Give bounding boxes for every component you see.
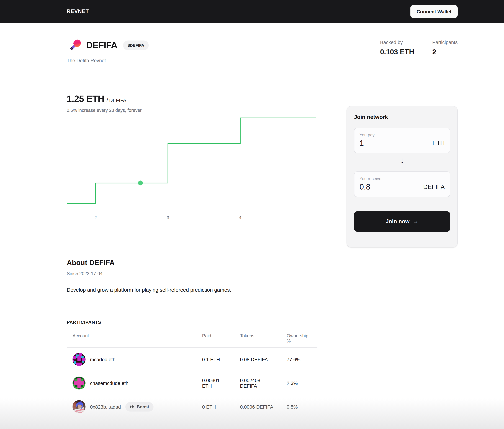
boost-label: Boost — [137, 404, 149, 409]
participants-section: PARTICIPANTS Account Paid Tokens Ownersh… — [67, 320, 318, 418]
account-link[interactable]: mcadoo.eth — [90, 357, 115, 362]
paddle-icon — [67, 38, 82, 53]
connect-wallet-button[interactable]: Connect Wallet — [410, 5, 458, 18]
stat-backed-by: Backed by 0.103 ETH — [380, 40, 414, 56]
account-link[interactable]: 0x823b...adad — [90, 404, 121, 409]
col-header-tokens: Tokens — [240, 333, 287, 338]
pixel-magenta-cyan-avatar — [72, 353, 86, 366]
current-price-marker — [138, 181, 143, 185]
ownership-cell: 2.3% — [287, 380, 318, 386]
price-chart-section: 1.25 ETH / DEFIFA 2.5% increase every 28… — [67, 94, 316, 222]
fast-forward-icon — [130, 405, 134, 409]
current-price: 1.25 ETH — [67, 94, 104, 104]
receive-currency: DEFIFA — [423, 183, 445, 191]
pixel-green-pink-avatar — [72, 376, 86, 390]
svg-text:3: 3 — [167, 215, 169, 220]
join-now-label: Join now — [386, 218, 409, 225]
project-identity: DEFIFA $DEFIFA The Defifa Revnet. — [67, 38, 149, 63]
brand-logo[interactable]: REVNET — [67, 8, 89, 14]
about-section: About DEFIFA Since 2023-17-04 Develop an… — [67, 259, 316, 293]
ticker-badge: $DEFIFA — [123, 40, 149, 50]
project-tagline: The Defifa Revnet. — [67, 58, 149, 63]
participants-table: Account Paid Tokens Ownership % — [67, 333, 318, 418]
svg-text:4: 4 — [239, 215, 241, 220]
col-header-paid: Paid — [202, 333, 240, 338]
you-receive-box: You receive DEFIFA — [354, 171, 450, 197]
join-card-title: Join network — [354, 114, 450, 121]
table-row: mcadoo.eth 0.1 ETH 0.08 DEFIFA 77.6% — [67, 348, 318, 371]
price-unit: / DEFIFA — [106, 98, 126, 103]
project-stats: Backed by 0.103 ETH Participants 2 — [380, 38, 458, 56]
table-header-row: Account Paid Tokens Ownership % — [67, 333, 318, 348]
ownership-cell: 0.5% — [287, 404, 318, 409]
tokens-cell: 0.0006 DEFIFA — [240, 404, 276, 409]
you-pay-box: You pay ETH — [354, 128, 450, 153]
paid-cell: 0 ETH — [202, 404, 230, 409]
receive-amount-input[interactable] — [360, 182, 411, 191]
arrow-right-icon: → — [413, 218, 419, 225]
about-description: Develop and grow a platform for playing … — [67, 287, 316, 293]
arrow-down-icon: ↓ — [354, 157, 450, 164]
page: REVNET Connect Wallet — [0, 0, 504, 429]
participants-title: PARTICIPANTS — [67, 320, 318, 325]
paid-cell: 0.00301 ETH — [202, 377, 230, 389]
stat-value: 0.103 ETH — [380, 48, 414, 56]
price-subtitle: 2.5% increase every 28 days, forever — [67, 107, 316, 113]
pay-amount-input[interactable] — [360, 139, 411, 148]
project-name: DEFIFA — [86, 40, 117, 50]
svg-text:2: 2 — [95, 215, 97, 220]
join-network-card: Join network You pay ETH ↓ You receive D… — [347, 106, 458, 248]
stat-participants: Participants 2 — [432, 40, 458, 56]
col-header-ownership: Ownership % — [287, 333, 312, 343]
ownership-cell: 77.6% — [287, 357, 318, 362]
price-line — [67, 118, 316, 204]
stat-label: Backed by — [380, 40, 414, 45]
price-step-chart: 234 — [67, 115, 316, 222]
project-header: DEFIFA $DEFIFA The Defifa Revnet. Backed… — [67, 38, 458, 63]
you-pay-label: You pay — [360, 133, 445, 137]
col-header-account: Account — [67, 333, 202, 338]
top-nav: REVNET Connect Wallet — [0, 0, 504, 23]
tokens-cell: 0.08 DEFIFA — [240, 357, 276, 362]
table-row: 0x823b...adad Boost 0 ETH 0.0006 DEFIFA … — [67, 395, 318, 418]
about-title: About DEFIFA — [67, 259, 316, 267]
pay-currency: ETH — [432, 140, 445, 147]
main-content: DEFIFA $DEFIFA The Defifa Revnet. Backed… — [67, 38, 458, 419]
tokens-cell: 0.002408 DEFIFA — [240, 377, 276, 389]
account-link[interactable]: chasemcdude.eth — [90, 380, 128, 386]
table-row: chasemcdude.eth 0.00301 ETH 0.002408 DEF… — [67, 371, 318, 395]
boost-badge: Boost — [125, 402, 154, 411]
join-now-button[interactable]: Join now → — [354, 211, 450, 232]
you-receive-label: You receive — [360, 176, 445, 181]
x-axis-ticks: 234 — [95, 215, 241, 220]
stat-label: Participants — [432, 40, 458, 45]
stat-value: 2 — [432, 48, 458, 56]
blue-hair-character-avatar — [72, 400, 86, 413]
about-since: Since 2023-17-04 — [67, 271, 316, 276]
paid-cell: 0.1 ETH — [202, 357, 230, 362]
